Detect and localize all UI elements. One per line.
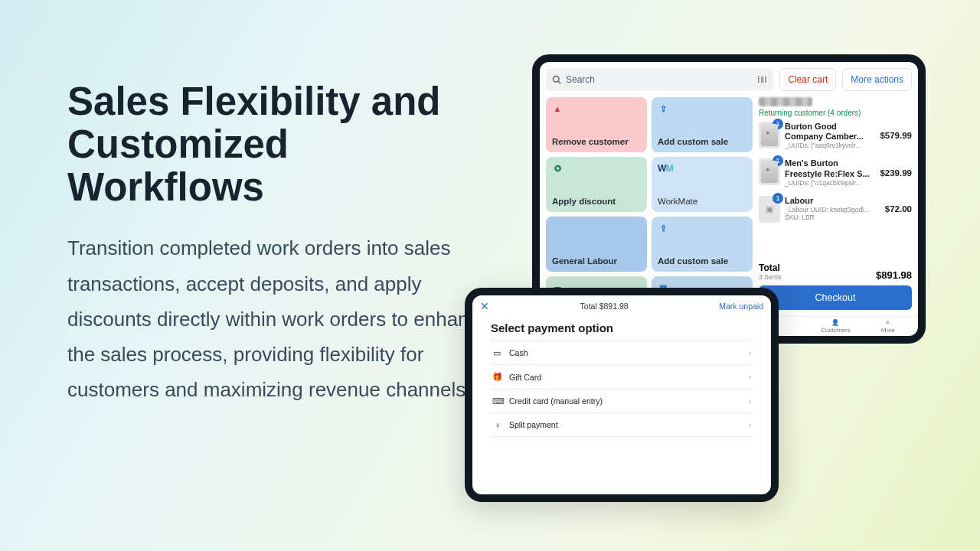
payment-title: Select payment option: [472, 317, 771, 341]
chevron-right-icon: ›: [749, 397, 751, 406]
search-input[interactable]: Search ⁞⦀⁞: [546, 68, 773, 91]
customer-block[interactable]: Returning customer (4 orders): [759, 97, 912, 117]
payment-option-cash[interactable]: ▭ Cash ›: [491, 341, 753, 364]
tab-label: More: [881, 327, 895, 334]
customer-name-redacted: [759, 97, 812, 106]
mark-unpaid-link[interactable]: Mark unpaid: [719, 302, 763, 311]
tile-label: General Labour: [552, 256, 641, 266]
total-value: $891.98: [876, 269, 912, 281]
line-price: $72.00: [885, 204, 912, 214]
close-icon[interactable]: ✕: [480, 300, 489, 312]
product-thumb: 1: [759, 158, 780, 185]
upload-icon: ⇪: [658, 103, 668, 114]
gift-icon: 🎁: [492, 372, 501, 382]
line-price: $239.99: [880, 168, 912, 178]
line-name: Men's Burton Freestyle Re:Flex S...: [785, 158, 875, 178]
split-icon: ⫞: [492, 420, 501, 429]
payment-tablet: ✕ Total $891.98 Mark unpaid Select payme…: [465, 288, 779, 502]
clear-cart-button[interactable]: Clear cart: [779, 68, 836, 91]
product-thumb: ▣1: [759, 196, 780, 223]
line-sub: _UUIDs: ["aaq6rv1kyvnlr...: [785, 142, 875, 149]
line-sub: _Labour UUID: knetqt3godl...: [785, 206, 880, 214]
customers-icon: 👤: [831, 319, 839, 326]
marketing-block: Sales Flexibility and Customized Workflo…: [67, 80, 496, 408]
action-tiles: ▲ Remove customer ⇪ Add custom sale ✪ Ap…: [546, 97, 753, 310]
cart-panel: Returning customer (4 orders) 1 Burton G…: [759, 97, 912, 310]
more-actions-button[interactable]: More actions: [842, 68, 912, 91]
cart-total: Total 3 Items $891.98: [759, 259, 912, 285]
search-placeholder: Search: [566, 74, 595, 85]
payment-total: Total $891.98: [580, 302, 629, 311]
payment-options: ▭ Cash › 🎁 Gift Card › ⌨ Credit card (ma…: [472, 341, 771, 437]
payment-option-gift-card[interactable]: 🎁 Gift Card ›: [491, 364, 753, 389]
line-sub: _UUIDs: ["o1qacbi09pslr...: [785, 179, 875, 187]
line-name: Labour: [785, 196, 880, 206]
chevron-right-icon: ›: [749, 421, 751, 429]
line-name: Burton Good Company Camber...: [785, 122, 875, 142]
pos-top-bar: Search ⁞⦀⁞ Clear cart More actions: [540, 62, 918, 91]
payment-header: ✕ Total $891.98 Mark unpaid: [472, 295, 771, 317]
cash-icon: ▭: [492, 348, 501, 357]
option-label: Gift Card: [509, 373, 541, 382]
tab-label: Customers: [821, 327, 851, 334]
qty-badge: 1: [773, 119, 783, 129]
marketing-body: Transition completed work orders into sa…: [67, 230, 496, 407]
qty-badge: 1: [773, 155, 783, 166]
tile-label: Remove customer: [552, 137, 641, 146]
tile-label: WorkMate: [658, 197, 746, 206]
marketing-headline: Sales Flexibility and Customized Workflo…: [67, 80, 496, 209]
search-icon: [552, 75, 561, 84]
svg-point-0: [554, 77, 560, 83]
svg-line-1: [558, 81, 560, 83]
upload-icon: ⇪: [658, 223, 668, 233]
customer-status: Returning customer (4 orders): [759, 109, 912, 117]
tab-customers[interactable]: 👤 Customers: [821, 319, 851, 334]
workmate-logo-icon: WM: [658, 163, 746, 174]
tile-label: Add custom sale: [658, 256, 746, 266]
tile-add-custom-sale[interactable]: ⇪ Add custom sale: [652, 97, 753, 152]
option-label: Credit card (manual entry): [509, 396, 603, 406]
product-thumb: 1: [759, 122, 780, 148]
cart-line[interactable]: 1 Burton Good Company Camber... _UUIDs: …: [759, 117, 912, 154]
discount-icon: ✪: [552, 163, 563, 174]
line-sku: SKU: LBR: [785, 214, 880, 221]
tile-label: Add custom sale: [658, 137, 746, 146]
total-items: 3 Items: [759, 273, 782, 281]
tile-remove-customer[interactable]: ▲ Remove customer: [546, 97, 647, 152]
tile-apply-discount[interactable]: ✪ Apply discount: [546, 157, 647, 212]
tab-more[interactable]: ≡ More: [881, 319, 895, 334]
chevron-right-icon: ›: [749, 349, 751, 357]
cart-line[interactable]: 1 Men's Burton Freestyle Re:Flex S... _U…: [759, 154, 912, 191]
total-label: Total: [759, 262, 782, 273]
chevron-right-icon: ›: [749, 373, 751, 381]
checkout-button[interactable]: Checkout: [759, 285, 912, 310]
payment-option-split[interactable]: ⫞ Split payment ›: [491, 412, 753, 437]
payment-option-credit-card[interactable]: ⌨ Credit card (manual entry) ›: [491, 389, 753, 412]
option-label: Cash: [509, 348, 528, 357]
card-icon: ⌨: [492, 396, 501, 406]
line-price: $579.99: [880, 131, 912, 140]
cart-line[interactable]: ▣1 Labour _Labour UUID: knetqt3godl... S…: [759, 191, 912, 227]
tile-add-custom-sale-2[interactable]: ⇪ Add custom sale: [652, 217, 753, 272]
option-label: Split payment: [509, 420, 558, 429]
more-icon: ≡: [887, 319, 890, 326]
qty-badge: 1: [773, 193, 783, 204]
tile-general-labour[interactable]: General Labour: [546, 217, 647, 272]
tile-workmate[interactable]: WM WorkMate: [652, 157, 753, 212]
tile-label: Apply discount: [552, 197, 641, 206]
barcode-icon[interactable]: ⁞⦀⁞: [757, 74, 767, 85]
blank-icon: [552, 223, 563, 233]
person-remove-icon: ▲: [552, 103, 563, 114]
